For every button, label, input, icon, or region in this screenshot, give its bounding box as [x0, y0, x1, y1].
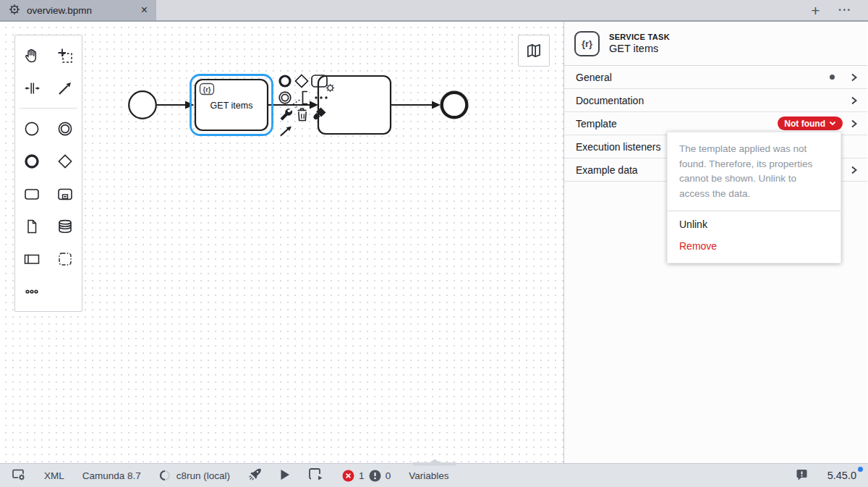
variables-toggle[interactable]: Variables	[409, 470, 448, 481]
wrench-icon[interactable]	[281, 109, 293, 121]
create-data-object[interactable]	[15, 210, 48, 242]
tab-overview-bpmn[interactable]: overview.bpmn ×	[0, 0, 156, 20]
remove-button[interactable]: Remove	[668, 234, 841, 263]
app-version[interactable]: 5.45.0	[827, 470, 856, 481]
template-icon: {r}	[574, 31, 600, 56]
start-event-shape[interactable]	[129, 91, 156, 119]
feedback-icon[interactable]	[796, 468, 808, 483]
info-count[interactable]: 0	[369, 470, 391, 482]
connection-status[interactable]: c8run (local)	[159, 470, 230, 481]
tab-close-icon[interactable]: ×	[141, 4, 148, 16]
create-group[interactable]	[48, 242, 82, 275]
xml-toggle[interactable]: XML	[44, 470, 64, 481]
properties-header: {r} SERVICE TASK GET items	[564, 22, 867, 66]
tab-overflow-button[interactable]: •••	[839, 7, 852, 14]
create-data-store[interactable]	[48, 210, 82, 242]
group-documentation[interactable]: Documentation	[564, 89, 867, 112]
trash-icon[interactable]	[298, 109, 307, 120]
template-popup-message: The template applied was not found. Ther…	[668, 132, 841, 211]
unlink-button[interactable]: Unlink	[668, 211, 841, 234]
append-end-event-icon[interactable]	[280, 76, 290, 86]
create-participant[interactable]	[15, 242, 48, 275]
chevron-down-icon	[829, 121, 836, 126]
task-label: GET items	[210, 101, 253, 111]
connect-icon[interactable]	[281, 127, 292, 136]
group-template-label: Template	[576, 118, 617, 130]
space-tool[interactable]	[15, 72, 48, 104]
version-number: 5.45.0	[827, 470, 856, 481]
template-popup: The template applied was not found. Ther…	[667, 132, 841, 263]
create-gateway[interactable]	[48, 145, 82, 177]
lasso-tool[interactable]	[48, 39, 82, 72]
group-execution-listeners-label: Execution listeners	[576, 141, 661, 153]
error-count-value: 1	[359, 470, 365, 481]
tab-bar-actions: + •••	[811, 0, 868, 20]
palette-separator	[20, 108, 77, 109]
element-type-label: SERVICE TASK	[609, 33, 670, 41]
group-documentation-label: Documentation	[576, 95, 644, 106]
chevron-right-icon	[850, 96, 858, 105]
group-general[interactable]: General	[564, 66, 867, 89]
connection-label: c8run (local)	[176, 470, 230, 481]
deploy-rocket-icon[interactable]	[248, 467, 262, 483]
group-example-data-label: Example data	[576, 164, 638, 176]
bpmn-diagram: {r} GET items	[0, 22, 563, 463]
append-intermediate-event-icon[interactable]	[279, 92, 291, 103]
tab-title: overview.bpmn	[27, 5, 92, 16]
minimap-toggle-button[interactable]	[518, 35, 550, 67]
spinner-icon	[159, 470, 171, 481]
error-count[interactable]: 1	[342, 470, 365, 482]
end-event-shape[interactable]	[442, 93, 467, 118]
task-shape[interactable]	[318, 76, 391, 134]
info-icon	[369, 470, 381, 482]
play-icon[interactable]	[280, 469, 290, 483]
engine-version[interactable]: Camunda 8.7	[82, 470, 141, 481]
tab-bar: overview.bpmn × + •••	[0, 0, 868, 22]
chevron-right-icon	[850, 166, 858, 174]
properties-panel: {r} SERVICE TASK GET items General Docum…	[563, 22, 867, 463]
create-end-event[interactable]	[15, 145, 48, 177]
map-icon	[524, 41, 543, 60]
update-indicator-dot	[858, 467, 863, 472]
palette-more-options[interactable]	[15, 275, 48, 308]
new-tab-button[interactable]: +	[811, 3, 820, 18]
template-not-found-badge[interactable]: Not found	[778, 117, 843, 130]
bpmn-file-gear-icon	[9, 4, 20, 17]
more-options-icon[interactable]	[315, 96, 327, 98]
create-start-event[interactable]	[15, 112, 48, 145]
overlay-icon[interactable]	[308, 467, 324, 483]
hand-tool[interactable]	[15, 39, 48, 72]
group-general-label: General	[576, 72, 612, 83]
settings-panel-icon[interactable]	[12, 468, 26, 483]
workspace: {r} GET items	[0, 22, 868, 463]
info-count-value: 0	[386, 470, 391, 481]
create-intermediate-event[interactable]	[48, 112, 82, 145]
append-gateway-icon[interactable]	[296, 75, 308, 88]
element-name: GET items	[609, 43, 670, 54]
template-marker-text: {r}	[203, 85, 210, 93]
error-icon	[342, 470, 354, 482]
badge-label: Not found	[784, 119, 825, 129]
panel-resize-handle[interactable]	[412, 456, 457, 469]
bpmn-canvas[interactable]: {r} GET items	[0, 22, 563, 463]
create-subprocess[interactable]	[48, 177, 82, 210]
global-connect-tool[interactable]	[48, 72, 82, 104]
text-annotation-icon[interactable]	[293, 92, 307, 109]
service-task-shape[interactable]: {r} GET items	[195, 80, 268, 130]
palette	[14, 35, 82, 312]
create-task[interactable]	[15, 177, 48, 210]
chevron-right-icon	[850, 119, 858, 128]
modified-dot	[830, 75, 835, 80]
chevron-right-icon	[850, 73, 858, 82]
